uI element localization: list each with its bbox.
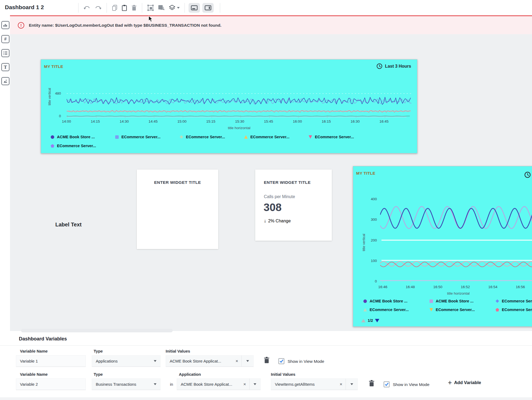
timeseries-widget-1[interactable]: MY TITLE Last 3 Hours title vertical 480… bbox=[41, 59, 417, 153]
triangle-up-marker-icon bbox=[244, 135, 248, 139]
open-dropdown-button[interactable] bbox=[346, 383, 357, 385]
undo-icon bbox=[83, 5, 90, 10]
legend-label: ECommerce Server... bbox=[121, 135, 161, 139]
remove-token-icon[interactable]: × bbox=[232, 358, 241, 364]
divider bbox=[0, 345, 532, 346]
widget-palette: # T bbox=[0, 15, 10, 331]
x-axis-ticks: 16:4616:4816:5016:5216:5416:56 bbox=[369, 285, 532, 289]
layout-right-panel-button[interactable] bbox=[202, 3, 214, 13]
line-chart bbox=[380, 192, 532, 283]
initial-values-combobox[interactable]: ACME Book Store Applicat... × bbox=[166, 355, 254, 367]
add-variable-button[interactable]: + Add Variable bbox=[448, 380, 481, 385]
open-dropdown-button[interactable] bbox=[242, 360, 253, 362]
axis-tick-marks bbox=[67, 115, 385, 118]
variable-name-label: Variable Name bbox=[20, 349, 48, 353]
paste-button[interactable] bbox=[120, 4, 128, 12]
legend-item[interactable]: ECommerce Server... bbox=[496, 308, 532, 312]
metric-label: Calls per Minute bbox=[264, 194, 295, 199]
copy-button[interactable] bbox=[111, 4, 119, 12]
application-combobox[interactable]: ACME Book Store Applicat... × bbox=[177, 378, 261, 390]
error-icon: ! bbox=[18, 22, 24, 29]
change-label: 2% Change bbox=[268, 219, 291, 223]
toolbar-divider bbox=[220, 3, 220, 13]
chart-legend: ACME Book Store ... ECommerce Server... … bbox=[51, 135, 373, 148]
x-axis-ticks: 14:0014:1514:3014:4515:0015:1515:3015:45… bbox=[52, 119, 398, 123]
panel-title: Dashboard Variables bbox=[19, 336, 67, 342]
add-text-widget-button[interactable]: T bbox=[1, 63, 9, 71]
legend-item[interactable]: ACME Book Store ... bbox=[429, 299, 496, 303]
error-banner: ! Entity name: $UserLogOut.memberLogOut … bbox=[10, 15, 532, 34]
add-metric-widget-button[interactable]: # bbox=[1, 35, 9, 43]
legend-item[interactable]: ECommerce Server... bbox=[309, 135, 373, 139]
horizontal-scrollbar[interactable] bbox=[21, 329, 173, 332]
initial-value-token: ACME Book Store Applicat... bbox=[166, 359, 232, 363]
page-up-icon[interactable] bbox=[361, 319, 366, 322]
metric-widget[interactable]: ENTER WIDGET TITLE Calls per Minute 308 … bbox=[255, 170, 332, 241]
diamond-marker-icon bbox=[180, 135, 183, 139]
delete-variable-button[interactable] bbox=[368, 380, 375, 388]
circle-marker-icon bbox=[363, 299, 367, 303]
paste-icon bbox=[121, 5, 127, 11]
clock-icon[interactable] bbox=[524, 171, 531, 178]
add-image-widget-button[interactable] bbox=[1, 77, 9, 85]
add-chart-widget-button[interactable] bbox=[1, 21, 9, 29]
type-select[interactable]: Business Transactions bbox=[92, 378, 161, 390]
legend-label: ECommerce Server... bbox=[370, 308, 409, 312]
timeseries-widget-2[interactable]: MY TITLE title vertical 4003002001000 16… bbox=[353, 166, 532, 327]
add-list-widget-button[interactable] bbox=[1, 49, 9, 57]
delete-button[interactable] bbox=[130, 4, 138, 12]
undo-button[interactable] bbox=[82, 4, 91, 11]
remove-token-icon[interactable]: × bbox=[336, 382, 346, 387]
legend-label: ECommerce Server... bbox=[315, 135, 354, 139]
image-icon bbox=[3, 79, 8, 83]
show-in-view-mode-checkbox[interactable] bbox=[278, 358, 284, 364]
layers-icon bbox=[169, 5, 176, 11]
diamond-marker-icon bbox=[496, 299, 499, 303]
layout-right-icon bbox=[204, 5, 212, 11]
time-range[interactable]: Last 3 Hours bbox=[376, 63, 411, 69]
remove-token-icon[interactable]: × bbox=[240, 382, 249, 387]
dashboard-editor: Dashboard 1 2 bbox=[0, 0, 532, 400]
trash-icon bbox=[263, 356, 270, 364]
legend-item[interactable]: ACME Book Store ... bbox=[51, 135, 115, 139]
delete-variable-button[interactable] bbox=[263, 356, 270, 365]
add-variable-label: Add Variable bbox=[454, 380, 481, 385]
checkmark-icon bbox=[279, 359, 283, 363]
show-in-view-mode-checkbox[interactable] bbox=[384, 381, 390, 387]
label-text-widget[interactable]: Label Text bbox=[55, 222, 81, 228]
initial-values-combobox[interactable]: ViewItems.getAllItems × bbox=[271, 378, 358, 390]
redo-button[interactable] bbox=[94, 4, 103, 11]
page-down-icon[interactable] bbox=[375, 319, 379, 322]
dashboard-variables-panel: Dashboard Variables Variable Name Type I… bbox=[0, 331, 532, 400]
legend-item[interactable]: ECommerce Server... bbox=[363, 308, 429, 312]
legend-item[interactable]: ECommerce Server... bbox=[180, 135, 244, 139]
open-dropdown-button[interactable] bbox=[250, 383, 260, 385]
legend-item[interactable]: ACME Book Store ... bbox=[363, 299, 429, 303]
legend-item[interactable]: ECommerce Server... bbox=[115, 135, 180, 139]
pentagon-marker-icon bbox=[496, 308, 499, 312]
variable-name-input[interactable]: Variable 2 bbox=[16, 378, 86, 390]
time-range-label: Last 3 Hours bbox=[385, 64, 411, 69]
layers-button[interactable] bbox=[168, 4, 181, 12]
chevron-down-icon bbox=[177, 7, 180, 9]
legend-label: ECommerce Server... bbox=[186, 135, 225, 139]
plus-icon: + bbox=[448, 380, 452, 385]
variable-name-input[interactable]: Variable 1 bbox=[16, 355, 86, 367]
hash-icon: # bbox=[4, 37, 7, 42]
legend-item[interactable]: ECommerce Server... bbox=[51, 144, 115, 148]
triangle-down-marker-icon bbox=[429, 308, 433, 312]
group-icon bbox=[147, 4, 154, 11]
legend-item[interactable]: ECommerce Server... bbox=[429, 308, 496, 312]
application-label: Application bbox=[179, 372, 201, 377]
ungroup-button[interactable] bbox=[156, 3, 166, 12]
legend-item[interactable]: ECommerce Server... bbox=[244, 135, 309, 139]
chevron-down-icon bbox=[350, 383, 353, 385]
legend-label: ACME Book Store ... bbox=[370, 299, 407, 303]
group-button[interactable] bbox=[146, 3, 155, 12]
chevron-down-icon bbox=[154, 360, 156, 362]
type-select[interactable]: Applications bbox=[92, 355, 161, 367]
health-widget[interactable]: ENTER WIDGET TITLE bbox=[137, 170, 218, 249]
legend-item[interactable]: ECommerce Server... bbox=[496, 299, 532, 303]
toolbar-divider bbox=[107, 3, 107, 13]
layout-bottom-panel-button[interactable] bbox=[189, 3, 200, 13]
